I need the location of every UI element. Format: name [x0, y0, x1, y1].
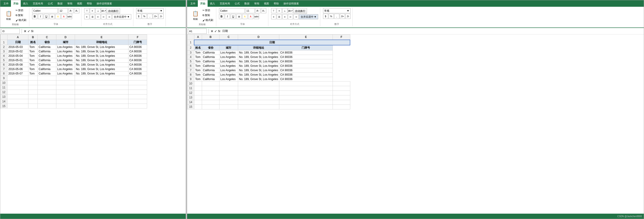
left-tab-data[interactable]: 数据: [55, 0, 65, 7]
right-empty-cell-r11-c0[interactable]: [194, 86, 202, 90]
left-cell-r7-c4[interactable]: No. 189, Grove St, Los Angeles: [75, 67, 128, 72]
right-cell-r6-c1[interactable]: California: [202, 64, 219, 68]
left-border-button[interactable]: ⊞: [50, 14, 55, 19]
right-cell-r8-c2[interactable]: Los Angeles: [219, 72, 238, 77]
left-cell-r3-c0[interactable]: 2016-05-02: [8, 49, 28, 54]
right-sub-header-2[interactable]: 城市: [219, 45, 238, 50]
right-cell-r9-c0[interactable]: Tom: [194, 77, 202, 81]
left-cell-r4-c0[interactable]: 2016-05-04: [8, 54, 28, 58]
left-cell-r5-c0[interactable]: 2016-05-01: [8, 58, 28, 62]
left-font-size-increase[interactable]: A↑: [68, 8, 74, 13]
right-autofit-button[interactable]: 自动换行: [294, 8, 307, 14]
left-align-center[interactable]: ☰: [90, 14, 95, 19]
left-empty-cell-r11-c3[interactable]: [56, 85, 75, 90]
left-decimal-remove[interactable]: .0-: [158, 14, 164, 19]
right-empty-cell-r12-c1[interactable]: [202, 90, 219, 95]
left-tab-insert[interactable]: 插入: [21, 0, 30, 7]
left-tab-help[interactable]: 帮助: [84, 0, 94, 7]
left-cell-r2-c4[interactable]: No. 189, Grove St, Los Angeles: [75, 45, 128, 49]
left-font-name-input[interactable]: [32, 8, 58, 13]
right-tab-insert[interactable]: 插入: [208, 0, 218, 7]
right-percent-btn[interactable]: %: [329, 14, 334, 19]
left-empty-cell-r14-c5[interactable]: [128, 99, 147, 104]
left-font-size-input[interactable]: [58, 8, 68, 13]
right-tab-page-layout[interactable]: 页面布局: [218, 0, 232, 7]
right-font-name-input[interactable]: [219, 8, 244, 13]
left-col-header-D[interactable]: D: [56, 35, 75, 40]
left-font-color-button[interactable]: A: [61, 14, 66, 19]
left-header-cell-2[interactable]: 省份: [38, 40, 56, 45]
right-align-bottom[interactable]: ⊥: [282, 8, 288, 13]
right-formula-input[interactable]: [221, 29, 643, 34]
left-empty-cell-r10-c2[interactable]: [38, 80, 56, 85]
left-cell-r6-c4[interactable]: No. 189, Grove St, Los Angeles: [75, 62, 128, 67]
left-col-header-B[interactable]: B: [28, 35, 38, 40]
right-col-header-B[interactable]: B: [202, 35, 219, 40]
left-empty-cell-r9-c4[interactable]: [75, 76, 128, 80]
left-empty-cell-r10-c3[interactable]: [56, 80, 75, 85]
left-empty-cell-r14-c4[interactable]: [75, 99, 128, 104]
right-empty-cell-r15-c3[interactable]: [238, 104, 279, 109]
left-cell-r5-c1[interactable]: Tom: [28, 58, 38, 62]
right-cell-r3-c3[interactable]: No. 189, Grove St, Los Angeles: [238, 50, 279, 55]
right-indent-decrease[interactable]: ⇐: [288, 14, 293, 19]
right-tab-file[interactable]: 文件: [188, 0, 198, 7]
right-cell-r8-c3[interactable]: No. 189, Grove St, Los Angeles: [238, 72, 279, 77]
left-empty-cell-r13-c1[interactable]: [28, 94, 38, 99]
right-empty-cell-r11-c4[interactable]: [279, 86, 332, 90]
left-thousands-btn[interactable]: ,: [147, 14, 152, 19]
right-empty-cell-r13-c0[interactable]: [194, 95, 202, 100]
left-cell-r5-c3[interactable]: Los Angeles: [56, 58, 75, 62]
right-cell-r8-c1[interactable]: California: [202, 72, 219, 77]
left-cell-r5-c5[interactable]: CA 90036: [128, 58, 147, 62]
right-empty-cell-r13-c1[interactable]: [202, 95, 219, 100]
right-empty-cell-r11-c5[interactable]: [332, 86, 350, 90]
right-empty-cell-r10-c0[interactable]: [194, 81, 202, 86]
right-align-left[interactable]: ≡: [271, 14, 276, 19]
right-copy-button[interactable]: ⧉ 复制: [202, 13, 214, 18]
right-cell-r4-c0[interactable]: Tom: [194, 55, 202, 59]
left-decimal-add[interactable]: .0+: [153, 14, 158, 19]
right-empty-cell-r10-c4[interactable]: [279, 81, 332, 86]
left-tab-formula[interactable]: 公式: [46, 0, 55, 7]
right-empty-cell-r13-c2[interactable]: [219, 95, 238, 100]
left-cell-r8-c5[interactable]: CA 90036: [128, 72, 147, 76]
right-cell-r6-c2[interactable]: Los Angeles: [219, 64, 238, 68]
left-empty-cell-r13-c0[interactable]: [8, 94, 28, 99]
left-underline-button[interactable]: U: [44, 14, 49, 19]
right-cell-r8-c4[interactable]: CA 90036: [279, 72, 332, 77]
left-cell-r4-c5[interactable]: CA 90036: [128, 54, 147, 58]
left-empty-cell-r11-c1[interactable]: [28, 85, 38, 90]
left-col-header-C[interactable]: C: [38, 35, 56, 40]
right-cell-r6-c0[interactable]: Tom: [194, 64, 202, 68]
left-empty-cell-r14-c1[interactable]: [28, 99, 38, 104]
right-col-header-F[interactable]: F: [332, 35, 350, 40]
left-align-left[interactable]: ≡: [84, 14, 89, 19]
left-empty-cell-r13-c4[interactable]: [75, 94, 128, 99]
left-empty-cell-r9-c5[interactable]: [128, 76, 147, 80]
left-tab-search[interactable]: 操作说明搜索: [94, 0, 114, 7]
left-align-bottom[interactable]: ⊥: [96, 8, 100, 13]
right-cell-r5-c1[interactable]: California: [202, 59, 219, 64]
right-empty-cell-r10-c1[interactable]: [202, 81, 219, 86]
right-empty-cell-r15-c2[interactable]: [219, 104, 238, 109]
right-empty-cell-r13-c3[interactable]: [238, 95, 279, 100]
right-empty-cell-r10-c2[interactable]: [219, 81, 238, 86]
left-indent-decrease[interactable]: ⇐: [101, 14, 106, 19]
left-empty-cell-r13-c5[interactable]: [128, 94, 147, 99]
right-col-header-D[interactable]: D: [238, 35, 279, 40]
right-empty-cell-r13-c5[interactable]: [332, 95, 350, 100]
left-empty-cell-r9-c2[interactable]: [38, 76, 56, 80]
right-cell-r5-c0[interactable]: Tom: [194, 59, 202, 64]
left-empty-cell-r12-c1[interactable]: [28, 90, 38, 94]
right-empty-cell-r12-c2[interactable]: [219, 90, 238, 95]
left-empty-cell-r14-c2[interactable]: [38, 99, 56, 104]
right-underline-button[interactable]: U: [231, 14, 236, 19]
left-font-size-decrease[interactable]: A↓: [74, 8, 79, 13]
left-percent-btn[interactable]: %: [142, 14, 147, 19]
left-text-angle[interactable]: ab↗: [101, 8, 106, 13]
right-empty-cell-r12-c4[interactable]: [279, 90, 332, 95]
right-merge-button[interactable]: 合并后居中 ▼: [299, 14, 318, 19]
right-indent-increase[interactable]: ⇒: [294, 14, 298, 19]
left-col-header-F[interactable]: F: [128, 35, 147, 40]
